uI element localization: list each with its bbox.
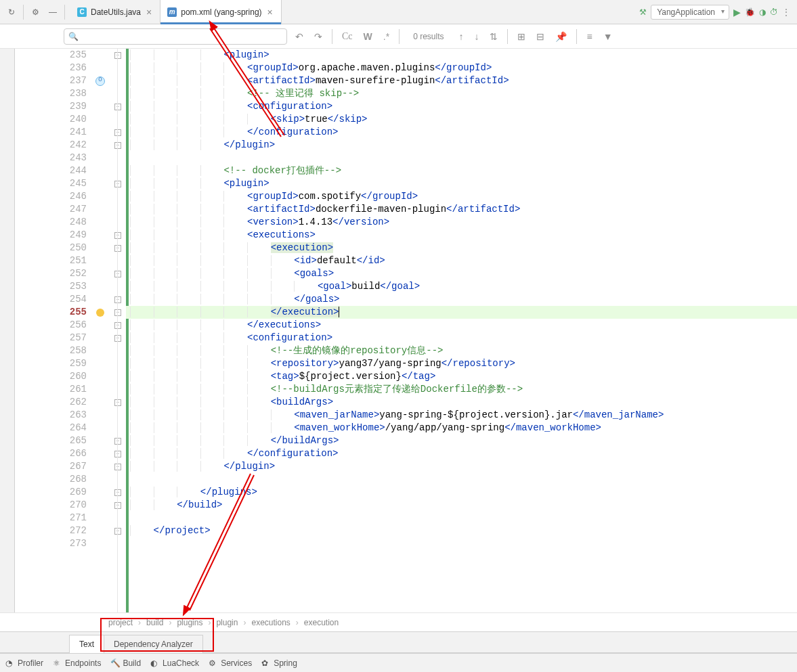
code-line[interactable]: <groupId>com.spotify</groupId> bbox=[126, 190, 797, 203]
tool-window-button[interactable]: ◔Profiler bbox=[5, 658, 43, 668]
select-all-icon[interactable]: ⇅ bbox=[487, 31, 500, 42]
code-line[interactable] bbox=[126, 512, 797, 524]
pin-icon[interactable]: 📌 bbox=[553, 31, 569, 42]
profile-run-icon[interactable]: ⏱ bbox=[770, 7, 778, 17]
breadcrumb-item[interactable]: build bbox=[146, 618, 163, 627]
fold-toggle-icon[interactable]: − bbox=[114, 451, 121, 457]
remove-selection-icon[interactable]: ⊟ bbox=[534, 31, 547, 42]
breadcrumb[interactable]: project›build›plugins›plugin›executions›… bbox=[0, 612, 797, 631]
settings-icon[interactable]: ⚙ bbox=[28, 5, 43, 20]
settings2-icon[interactable]: ≡ bbox=[584, 31, 595, 42]
code-line[interactable]: </buildArgs> bbox=[126, 434, 797, 447]
fold-column[interactable]: −−−−−−−−−−−−−−−−−−− bbox=[110, 49, 126, 612]
code-line[interactable]: <!--生成的镜像的repository信息--> bbox=[126, 344, 797, 357]
code-line[interactable]: <buildArgs> bbox=[126, 396, 797, 409]
more-run-icon[interactable]: ⋮ bbox=[782, 7, 790, 17]
down-arrow-icon[interactable]: ↓ bbox=[471, 31, 481, 42]
hammer-icon[interactable]: ⚒ bbox=[639, 7, 647, 17]
fold-toggle-icon[interactable]: − bbox=[114, 489, 121, 496]
close-icon[interactable]: × bbox=[266, 7, 274, 18]
code-line[interactable]: <plugin> bbox=[126, 49, 797, 62]
breadcrumb-item[interactable]: plugin bbox=[216, 618, 238, 627]
editor-tab[interactable]: CDateUtils.java× bbox=[70, 0, 160, 24]
code-line[interactable]: <!--buildArgs元素指定了传递给Dockerfile的参数--> bbox=[126, 383, 797, 396]
fold-toggle-icon[interactable]: − bbox=[114, 245, 121, 252]
fold-toggle-icon[interactable]: − bbox=[114, 296, 121, 303]
code-line[interactable]: <executions> bbox=[126, 229, 797, 242]
fold-toggle-icon[interactable]: − bbox=[114, 438, 121, 445]
collapse-icon[interactable]: — bbox=[45, 5, 60, 20]
code-area[interactable]: <plugin> <groupId>org.apache.maven.plugi… bbox=[126, 49, 797, 612]
fold-toggle-icon[interactable]: − bbox=[114, 502, 121, 509]
code-line[interactable]: </project> bbox=[126, 524, 797, 537]
tool-window-button[interactable]: ⚙Services bbox=[209, 658, 252, 668]
view-tab[interactable]: Text bbox=[69, 635, 104, 653]
find-input[interactable] bbox=[81, 32, 282, 41]
code-line[interactable]: <!-- 这里记得 skip--> bbox=[126, 87, 797, 100]
code-line[interactable]: <!-- docker打包插件--> bbox=[126, 164, 797, 177]
code-line[interactable]: </plugin> bbox=[126, 139, 797, 152]
run-icon[interactable]: ▶ bbox=[733, 7, 741, 18]
close-icon[interactable]: × bbox=[145, 7, 153, 18]
code-line[interactable]: </plugins> bbox=[126, 486, 797, 499]
view-tab[interactable]: Dependency Analyzer bbox=[104, 635, 203, 653]
add-selection-icon[interactable]: ⊞ bbox=[515, 31, 528, 42]
code-line[interactable]: <artifactId>maven-surefire-plugin</artif… bbox=[126, 74, 797, 87]
tool-window-button[interactable]: ✿Spring bbox=[261, 658, 297, 668]
code-line[interactable] bbox=[126, 473, 797, 486]
fold-toggle-icon[interactable]: − bbox=[114, 104, 121, 110]
code-line[interactable]: <configuration> bbox=[126, 332, 797, 344]
breadcrumb-item[interactable]: execution bbox=[304, 618, 339, 627]
fold-toggle-icon[interactable]: − bbox=[114, 309, 121, 316]
code-line[interactable]: <plugin> bbox=[126, 177, 797, 190]
breadcrumb-item[interactable]: executions bbox=[251, 618, 290, 627]
code-line[interactable]: <goal>build</goal> bbox=[126, 280, 797, 293]
match-case-icon[interactable]: Cc bbox=[339, 31, 356, 42]
fold-toggle-icon[interactable]: − bbox=[114, 335, 121, 342]
code-line[interactable]: <artifactId>dockerfile-maven-plugin</art… bbox=[126, 203, 797, 216]
debug-icon[interactable]: 🐞 bbox=[745, 7, 755, 17]
code-line[interactable]: </executions> bbox=[126, 319, 797, 332]
fold-toggle-icon[interactable]: − bbox=[114, 52, 121, 59]
code-line[interactable] bbox=[126, 152, 797, 164]
editor-tab[interactable]: mpom.xml (yang-spring)× bbox=[160, 0, 282, 24]
code-line[interactable]: <maven_jarName>yang-spring-${project.ver… bbox=[126, 409, 797, 422]
code-line[interactable]: </configuration> bbox=[126, 447, 797, 460]
regex-icon[interactable]: .* bbox=[381, 31, 392, 42]
breadcrumb-item[interactable]: project bbox=[108, 618, 133, 627]
tool-window-button[interactable]: ◐LuaCheck bbox=[150, 658, 199, 668]
whole-word-icon[interactable]: W bbox=[361, 31, 375, 42]
fold-toggle-icon[interactable]: − bbox=[114, 271, 121, 277]
code-line[interactable]: <execution> bbox=[126, 242, 797, 254]
code-line[interactable]: <skip>true</skip> bbox=[126, 113, 797, 126]
code-line[interactable]: <maven_workHome>/yang/app/yang-spring</m… bbox=[126, 422, 797, 434]
code-line[interactable]: </goals> bbox=[126, 293, 797, 306]
code-line[interactable]: <version>1.4.13</version> bbox=[126, 216, 797, 229]
fold-toggle-icon[interactable]: − bbox=[114, 399, 121, 406]
run-config-dropdown[interactable]: YangApplication bbox=[651, 5, 729, 20]
prev-occurrence-icon[interactable]: ↶ bbox=[293, 31, 306, 42]
code-line[interactable] bbox=[126, 537, 797, 550]
code-line[interactable]: </configuration> bbox=[126, 126, 797, 139]
code-line[interactable]: </execution> bbox=[126, 306, 797, 319]
fold-toggle-icon[interactable]: − bbox=[114, 464, 121, 470]
filter-icon[interactable]: ▼ bbox=[601, 31, 616, 42]
tool-window-button[interactable]: ⚛Endpoints bbox=[53, 658, 101, 668]
fold-toggle-icon[interactable]: − bbox=[114, 232, 121, 239]
intention-bulb-icon[interactable] bbox=[96, 309, 104, 317]
code-line[interactable]: <id>default</id> bbox=[126, 254, 797, 267]
coverage-icon[interactable]: ◑ bbox=[759, 7, 766, 17]
code-line[interactable]: <goals> bbox=[126, 267, 797, 280]
fold-toggle-icon[interactable]: − bbox=[114, 129, 121, 136]
code-line[interactable]: </plugin> bbox=[126, 460, 797, 473]
next-occurrence-icon[interactable]: ↷ bbox=[311, 31, 325, 42]
code-line[interactable]: <tag>${project.version}</tag> bbox=[126, 370, 797, 383]
code-line[interactable]: <configuration> bbox=[126, 100, 797, 113]
up-arrow-icon[interactable]: ↑ bbox=[456, 31, 466, 42]
code-line[interactable]: <groupId>org.apache.maven.plugins</group… bbox=[126, 62, 797, 74]
tool-window-button[interactable]: 🔨Build bbox=[110, 658, 141, 668]
override-gutter-icon[interactable] bbox=[95, 76, 105, 86]
fold-toggle-icon[interactable]: − bbox=[114, 181, 121, 187]
breadcrumb-item[interactable]: plugins bbox=[177, 618, 202, 627]
project-tool-strip[interactable] bbox=[0, 49, 15, 612]
